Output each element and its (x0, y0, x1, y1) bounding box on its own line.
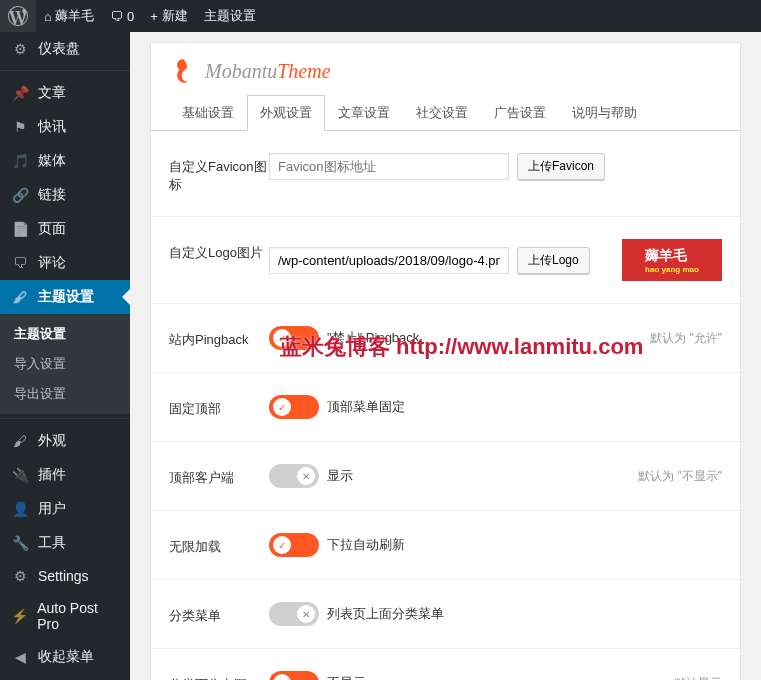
favicon-input[interactable] (269, 153, 509, 180)
logo-input[interactable] (269, 247, 509, 274)
admin-toolbar: ⌂ 薅羊毛 🗨 0 + 新建 主题设置 (0, 0, 761, 32)
sidebar-item-label: 链接 (38, 186, 66, 204)
theme-settings-link[interactable]: 主题设置 (196, 0, 264, 32)
category_menu-toggle[interactable]: ✕ (269, 602, 319, 626)
new-menu[interactable]: + 新建 (142, 0, 195, 32)
submenu-item[interactable]: 导入设置 (0, 349, 130, 379)
infinite-toggle[interactable]: ✓ (269, 533, 319, 557)
sidebar-item-label: 快讯 (38, 118, 66, 136)
sidebar-item-label: 插件 (38, 466, 66, 484)
tab-help[interactable]: 说明与帮助 (559, 95, 650, 131)
flag-icon: ⚑ (10, 119, 30, 135)
sidebar-item-label: 收起菜单 (38, 648, 94, 666)
site-menu[interactable]: ⌂ 薅羊毛 (36, 0, 102, 32)
sidebar-item-settings[interactable]: ⚙Settings (0, 560, 130, 592)
top_client-hint: 默认为 "不显示" (638, 468, 722, 485)
sidebar-item-comments[interactable]: 🗨评论 (0, 246, 130, 280)
favicon-row: 自定义Favicon图标 上传Favicon (151, 131, 740, 217)
dashboard-icon: ⚙ (10, 41, 30, 57)
plugin-icon: 🔌 (10, 467, 30, 483)
sidebar-submenu: 主题设置导入设置导出设置 (0, 314, 130, 414)
comments-menu[interactable]: 🗨 0 (102, 0, 142, 32)
site-name: 薅羊毛 (55, 7, 94, 25)
theme-brand: MobantuTheme (151, 43, 740, 95)
top_client-toggle[interactable]: ✕ (269, 464, 319, 488)
settings-panel: MobantuTheme 基础设置外观设置文章设置社交设置广告设置说明与帮助 自… (150, 42, 741, 680)
sidebar-item-label: 媒体 (38, 152, 66, 170)
check-icon: ✓ (273, 398, 291, 416)
infinite-text: 下拉自动刷新 (327, 536, 405, 554)
sidebar-item-label: 页面 (38, 220, 66, 238)
sidebar-item-label: 外观 (38, 432, 66, 450)
fixed_top-text: 顶部菜单固定 (327, 398, 405, 416)
sidebar-item-collapse[interactable]: ◀收起菜单 (0, 640, 130, 674)
tab-ad[interactable]: 广告设置 (481, 95, 559, 131)
sidebar-item-auto-post-pro[interactable]: ⚡Auto Post Pro (0, 592, 130, 640)
sidebar-item-appearance[interactable]: 🖌外观 (0, 424, 130, 458)
submenu-item[interactable]: 主题设置 (0, 319, 130, 349)
sidebar-item-kuaixun[interactable]: ⚑快讯 (0, 110, 130, 144)
x-icon: ✕ (297, 467, 315, 485)
tab-article[interactable]: 文章设置 (325, 95, 403, 131)
sidebar-item-dashboard[interactable]: ⚙仪表盘 (0, 32, 130, 66)
category_focus-text: 不显示 (327, 674, 366, 680)
top_client-row: 顶部客户端 ✕ 显示 默认为 "不显示" (151, 442, 740, 511)
comments-count: 0 (127, 9, 134, 24)
pingback-hint: 默认为 "允许" (650, 330, 722, 347)
category_focus-hint: 默认显示 (674, 675, 722, 681)
fixed_top-toggle[interactable]: ✓ (269, 395, 319, 419)
plus-icon: + (150, 9, 158, 24)
tab-social[interactable]: 社交设置 (403, 95, 481, 131)
top_client-text: 显示 (327, 467, 353, 485)
link-icon: 🔗 (10, 187, 30, 203)
sidebar-item-label: 工具 (38, 534, 66, 552)
brand-text: MobantuTheme (205, 60, 331, 83)
bolt-icon: ⚡ (10, 608, 29, 624)
pingback-text: "禁止" Pingback (327, 329, 419, 347)
category_focus-row: 分类页焦点图 ✓ 不显示 默认显示 (151, 649, 740, 680)
category_focus-label: 分类页焦点图 (169, 671, 269, 680)
pingback-label: 站内Pingback (169, 326, 269, 349)
pin-icon: 📌 (10, 85, 30, 101)
tab-appearance[interactable]: 外观设置 (247, 95, 325, 131)
home-icon: ⌂ (44, 9, 52, 24)
category_focus-toggle[interactable]: ✓ (269, 671, 319, 680)
media-icon: 🎵 (10, 153, 30, 169)
check-icon: ✓ (273, 329, 291, 347)
new-label: 新建 (162, 7, 188, 25)
brand-logo-icon (169, 57, 197, 85)
brush-icon: 🖌 (10, 289, 30, 305)
pingback-row: 站内Pingback ✓ "禁止" Pingback 默认为 "允许" (151, 304, 740, 373)
main-content: MobantuTheme 基础设置外观设置文章设置社交设置广告设置说明与帮助 自… (130, 32, 761, 680)
sidebar-item-posts[interactable]: 📌文章 (0, 76, 130, 110)
sidebar-item-users[interactable]: 👤用户 (0, 492, 130, 526)
sidebar-item-tools[interactable]: 🔧工具 (0, 526, 130, 560)
logo-preview: 薅羊毛 hao yang mao (622, 239, 722, 281)
sidebar-item-media[interactable]: 🎵媒体 (0, 144, 130, 178)
wordpress-icon (8, 6, 28, 26)
upload-favicon-button[interactable]: 上传Favicon (517, 153, 605, 180)
sidebar-item-pages[interactable]: 📄页面 (0, 212, 130, 246)
logo-row: 自定义Logo图片 上传Logo 薅羊毛 hao yang mao (151, 217, 740, 304)
fixed_top-label: 固定顶部 (169, 395, 269, 418)
sidebar-item-theme-settings[interactable]: 🖌主题设置 (0, 280, 130, 314)
tab-basic[interactable]: 基础设置 (169, 95, 247, 131)
admin-sidebar: ⚙仪表盘📌文章⚑快讯🎵媒体🔗链接📄页面🗨评论🖌主题设置主题设置导入设置导出设置🖌… (0, 32, 130, 680)
comment-icon: 🗨 (110, 9, 123, 24)
check-icon: ✓ (273, 674, 291, 680)
submenu-item[interactable]: 导出设置 (0, 379, 130, 409)
toolbar-theme-settings: 主题设置 (204, 7, 256, 25)
infinite-label: 无限加载 (169, 533, 269, 556)
brush-icon: 🖌 (10, 433, 30, 449)
category_menu-row: 分类菜单 ✕ 列表页上面分类菜单 (151, 580, 740, 649)
sidebar-item-label: 用户 (38, 500, 66, 518)
sidebar-item-label: Settings (38, 568, 89, 584)
sidebar-item-plugins[interactable]: 🔌插件 (0, 458, 130, 492)
upload-logo-button[interactable]: 上传Logo (517, 247, 590, 274)
top_client-label: 顶部客户端 (169, 464, 269, 487)
wp-logo-menu[interactable] (0, 0, 36, 32)
settings-tabs: 基础设置外观设置文章设置社交设置广告设置说明与帮助 (151, 95, 740, 131)
pingback-toggle[interactable]: ✓ (269, 326, 319, 350)
tools-icon: 🔧 (10, 535, 30, 551)
sidebar-item-links[interactable]: 🔗链接 (0, 178, 130, 212)
